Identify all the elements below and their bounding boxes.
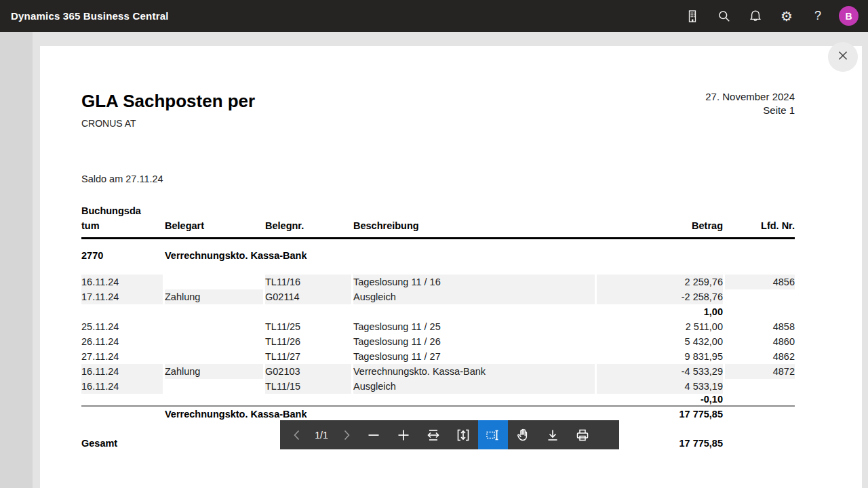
cell-date: 16.11.24 (81, 274, 163, 289)
cell-betrag: 2 511,00 (597, 319, 723, 334)
subtotal-amount: -0,10 (597, 394, 723, 405)
filter-label: Saldo am 27.11.24 (81, 174, 163, 184)
settings-button[interactable]: ⚙ (771, 0, 802, 32)
cell-belegnr: TL11/15 (265, 379, 351, 394)
account-name: Verrechnungskto. Kassa-Bank (165, 248, 595, 263)
cell-betrag: 4 533,19 (597, 379, 723, 394)
minus-icon (366, 427, 382, 443)
subtotal-row: 1,00 (81, 304, 795, 319)
company-name: CRONUS AT (81, 118, 136, 129)
cell-date: 17.11.24 (81, 289, 163, 304)
cell-beschreibung: Ausgleich (353, 379, 595, 394)
table-header-row: Buchungsda tum Belegart Belegnr. Beschre… (81, 203, 795, 239)
download-icon (545, 427, 561, 443)
cell-date: 26.11.24 (81, 334, 163, 349)
cell-belegnr: G02114 (265, 289, 351, 304)
group-total-label: Verrechnungskto. Kassa-Bank (165, 407, 595, 422)
cell-belegnr: G02103 (265, 364, 351, 379)
cell-beschreibung: Tageslosung 11 / 26 (353, 334, 595, 349)
cell-lfdnr: 4862 (725, 349, 795, 364)
report-title: GLA Sachposten per (81, 91, 255, 112)
select-text-button[interactable] (478, 420, 508, 449)
cell-lfdnr: 4858 (725, 319, 795, 334)
page-number: Seite 1 (705, 104, 795, 117)
printer-icon (574, 427, 591, 443)
previous-page-button[interactable] (284, 420, 309, 449)
cell-beschreibung: Tageslosung 11 / 27 (353, 349, 595, 364)
cell-betrag: 2 259,76 (597, 274, 723, 289)
fit-page-icon (455, 427, 471, 443)
cell-beschreibung: Tageslosung 11 / 25 (353, 319, 595, 334)
account-group-row: 2770 Verrechnungskto. Kassa-Bank (81, 248, 795, 263)
cell-beschreibung: Tageslosung 11 / 16 (353, 274, 595, 289)
column-header-beschreibung: Beschreibung (353, 218, 595, 233)
select-text-icon (485, 427, 501, 443)
chevron-left-icon (290, 428, 304, 443)
table-row: 17.11.24 Zahlung G02114 Ausgleich -2 258… (81, 289, 795, 304)
cell-beschreibung: Ausgleich (353, 289, 595, 304)
help-button[interactable]: ? (802, 0, 833, 32)
fit-width-button[interactable] (418, 420, 448, 449)
fit-page-button[interactable] (448, 420, 478, 449)
column-header-lfdnr: Lfd. Nr. (725, 218, 795, 233)
fit-width-icon (425, 427, 441, 443)
hand-icon (515, 427, 531, 443)
cell-betrag: -2 258,76 (597, 289, 723, 304)
cell-date: 16.11.24 (81, 379, 163, 394)
cell-beschreibung: Verrechnungskto. Kassa-Bank (353, 364, 595, 379)
close-button[interactable] (828, 42, 858, 72)
page-indicator: 1/1 (309, 420, 334, 449)
grand-total-label: Gesamt (81, 436, 163, 451)
chevron-right-icon (339, 428, 354, 443)
cell-belegnr: TL11/27 (265, 349, 351, 364)
cell-date: 16.11.24 (81, 364, 163, 379)
cell-lfdnr: 4856 (725, 274, 795, 289)
table-row: 26.11.24 TL11/26 Tageslosung 11 / 26 5 4… (81, 334, 795, 349)
help-icon: ? (814, 9, 821, 23)
group-total-amount: 17 775,85 (597, 407, 723, 422)
table-row: 16.11.24 TL11/15 Ausgleich 4 533,19 (81, 379, 795, 394)
gear-icon: ⚙ (781, 9, 793, 23)
cell-lfdnr: 4872 (725, 364, 795, 379)
table-row: 27.11.24 TL11/27 Tageslosung 11 / 27 9 8… (81, 349, 795, 364)
table-row: 16.11.24 Zahlung G02103 Verrechnungskto.… (81, 364, 795, 379)
app-title: Dynamics 365 Business Central (0, 10, 169, 22)
cell-date: 25.11.24 (81, 319, 163, 334)
zoom-out-button[interactable] (359, 420, 389, 449)
bell-icon (748, 9, 763, 24)
print-button[interactable] (568, 420, 597, 449)
search-button[interactable] (709, 0, 740, 32)
building-icon (686, 9, 701, 24)
close-icon (835, 47, 851, 66)
account-number: 2770 (81, 248, 163, 263)
table-row: 16.11.24 TL11/16 Tageslosung 11 / 16 2 2… (81, 274, 795, 289)
cell-belegnr: TL11/16 (265, 274, 351, 289)
zoom-in-button[interactable] (389, 420, 418, 449)
download-button[interactable] (538, 420, 568, 449)
report-date: 27. November 2024 (705, 90, 795, 104)
cell-belegnr: TL11/25 (265, 319, 351, 334)
report-date-block: 27. November 2024 Seite 1 (705, 90, 795, 117)
cell-lfdnr: 4860 (725, 334, 795, 349)
notifications-button[interactable] (740, 0, 771, 32)
company-button[interactable] (677, 0, 709, 32)
user-avatar[interactable]: B (839, 6, 859, 26)
next-page-button[interactable] (334, 420, 359, 449)
pdf-toolbar: 1/1 (280, 420, 619, 449)
entries-table: Buchungsda tum Belegart Belegnr. Beschre… (81, 203, 795, 451)
column-header-belegart: Belegart (165, 218, 263, 233)
search-icon (717, 9, 732, 24)
cell-belegnr: TL11/26 (265, 334, 351, 349)
column-header-belegnr: Belegnr. (265, 218, 351, 233)
cell-belegart: Zahlung (165, 364, 263, 379)
cell-betrag: -4 533,29 (597, 364, 723, 379)
cell-belegart: Zahlung (165, 289, 263, 304)
page-background-strip (0, 32, 33, 488)
subtotal-row: -0,10 (81, 394, 795, 405)
column-header-betrag: Betrag (597, 218, 723, 233)
pan-button[interactable] (508, 420, 538, 449)
cell-date: 27.11.24 (81, 349, 163, 364)
column-header-buchungsdatum: Buchungsda tum (81, 203, 163, 233)
subtotal-amount: 1,00 (597, 304, 723, 319)
group-total-row: Verrechnungskto. Kassa-Bank 17 775,85 (81, 405, 795, 420)
